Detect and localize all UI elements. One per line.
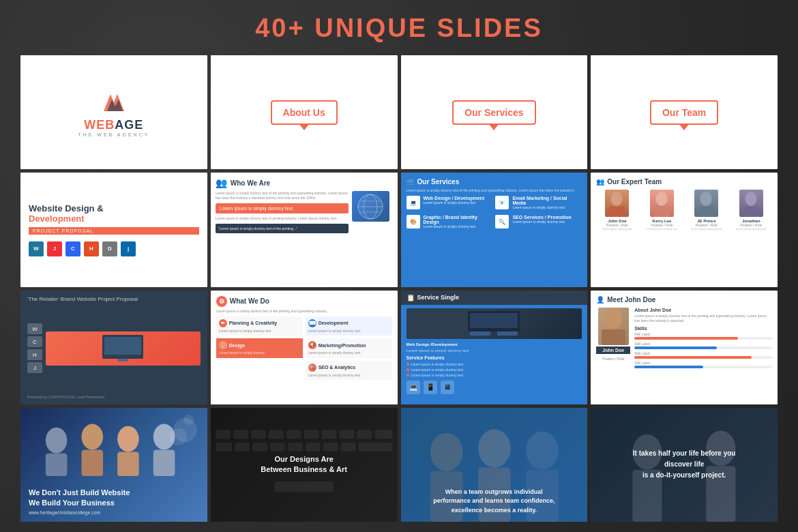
retailer-title: 'The Retailer' Brand Website Project Pro… [27, 296, 201, 302]
screen-mockup [46, 331, 201, 366]
design-icon: 🎨 [219, 341, 227, 349]
member-photo-2 [650, 190, 674, 217]
meet-name: John Doe [596, 346, 630, 354]
service-screen [407, 308, 582, 339]
service-bottom: Web Design /Development Lorem ipsum is s… [401, 342, 588, 377]
member-desc-4: Lorem ipsum dummy text [736, 227, 767, 231]
what-item-marketing: 📢 Marketing/Promotion Lorem ipsum is sim… [306, 338, 392, 358]
who-content: Lorem ipsum is simply dummy text of the … [216, 191, 393, 233]
svg-rect-32 [153, 449, 175, 476]
dot-3 [183, 415, 194, 425]
svg-rect-45 [235, 442, 250, 451]
web-design-badge: PROJECT PROPOSAL [29, 227, 199, 235]
team-member-4: Jonathan Position / Role Lorem ipsum dum… [730, 190, 772, 231]
feature-dot-1 [407, 363, 409, 366]
slide-our-services-title: Our Services [401, 55, 588, 169]
feature-dot-3 [407, 374, 409, 376]
svg-rect-49 [306, 442, 321, 451]
skill-4: Skill Label [634, 361, 772, 368]
who-text2: Lorem ipsum is simply dummy text of prin… [216, 216, 349, 221]
team-quote-text: When a team outgrows individualperforman… [409, 488, 580, 516]
meet-about-text: Lorem ipsum is simply dummy text of the … [634, 314, 772, 323]
service-single-title: Service Single [417, 294, 460, 301]
dev-text: Lorem ipsum is simply dummy text [308, 329, 389, 334]
services-desc: Lorem ipsum is simply dummy text of the … [407, 188, 582, 192]
member-photo-4 [739, 190, 763, 217]
what-grid: ✏ Planning & Creativity Lorem ipsum is s… [216, 316, 392, 381]
seo-text: Lorem ipsum is simply dummy text [308, 373, 389, 378]
r-logo-4: J [27, 362, 42, 373]
member-desc-3: Lorem ipsum dummy text [691, 227, 722, 231]
svg-rect-43 [374, 430, 392, 439]
svg-point-12 [700, 192, 712, 206]
tech-dr: D [102, 241, 117, 256]
meet-info: About John Doe Lorem ipsum is simply dum… [634, 308, 772, 370]
who-icon: 👥 [216, 177, 227, 188]
main-title: 40+ UNIQUE SLIDES [255, 14, 543, 43]
r-logo-3: H [27, 349, 42, 360]
service-item-3: 🎨 Graphic / Brand Identity Design Lorem … [407, 215, 493, 229]
svg-rect-26 [46, 453, 68, 476]
r-logo-1: W [27, 323, 42, 334]
slides-grid: WEBAGE THE WEB AGENCY About Us Our Servi… [20, 55, 778, 522]
service-icon-1: 💻 [407, 196, 420, 209]
retailer-logos: W C H J [27, 323, 42, 373]
svg-rect-37 [269, 430, 284, 439]
team-members-list: John Doe Position / Role Lorem ipsum dum… [596, 190, 772, 231]
svg-point-14 [745, 192, 756, 206]
speech-bubble-services: Our Services [452, 100, 535, 125]
skill-label-2: Skill Label [634, 342, 772, 346]
logo-sub: THE WEB AGENCY [78, 132, 149, 137]
speech-bubble-about: About Us [271, 100, 338, 125]
build-website-url: www.heritagechristiancollege.com [29, 510, 199, 515]
our-services-label: Our Services [464, 107, 523, 118]
slide-meet-john: 👤 Meet John Doe John Doe Position / Role… [591, 291, 778, 404]
slide-services-detail: 🛒 Our Services Lorem ipsum is simply dum… [401, 173, 588, 286]
service-item-2: 📧 Email Marketing / Social Media Lorem i… [495, 196, 582, 210]
service-item-4: 🔍 SEO Services / Promotion Lorem ipsum i… [495, 215, 582, 229]
service-bottom-icon-3: 🖥 [441, 381, 454, 394]
team-member-2: Kerry Lee Position / Role Lorem ipsum du… [641, 190, 683, 231]
service-icon-4: 🔍 [495, 215, 509, 228]
slide-designs: Our Designs AreBetween Business & Art [211, 408, 398, 522]
svg-rect-20 [470, 313, 518, 328]
who-title: Who We Are [231, 179, 270, 187]
feature-dot-2 [407, 368, 409, 371]
services-icon: 🛒 [407, 178, 415, 186]
meet-photo [598, 308, 629, 345]
service-web-desc: Lorem ipsum is simply dummy text [407, 349, 582, 353]
svg-point-10 [655, 192, 667, 206]
services-detail-header: 🛒 Our Services [407, 178, 582, 186]
dev-icon: ⌨ [308, 319, 316, 327]
service-bottom-icon-1: 💻 [407, 381, 420, 394]
svg-rect-28 [81, 449, 103, 476]
team-member-1: John Doe Position / Role Lorem ipsum dum… [596, 190, 638, 231]
svg-rect-46 [252, 442, 267, 451]
who-quote: "Lorem ipsum is simply dummy text of the… [216, 224, 349, 233]
speech-bubble-team: Our Team [650, 100, 718, 125]
retailer-footer: Presented by JONATHON DOE, Lead Presenta… [27, 395, 201, 399]
feature-3: Lorem ipsum is simply dummy text [407, 373, 582, 377]
meet-photo-col: John Doe Position / Role [596, 308, 630, 370]
expert-team-header: 👥 Our Expert Team [596, 178, 772, 186]
skill-label-1: Skill Label [634, 332, 772, 336]
web-design-title: Website Design &Development [29, 203, 199, 224]
services-list: 💻 Web Design / Development Lorem ipsum i… [407, 196, 582, 231]
member-desc-1: Lorem ipsum dummy text [602, 227, 633, 231]
service-screen-svg [467, 310, 521, 337]
meet-title: 👤 Meet John Doe [596, 296, 772, 304]
meet-content: John Doe Position / Role About John Doe … [596, 308, 772, 370]
logo-container: WEBAGE THE WEB AGENCY [78, 87, 149, 137]
skill-3: Skill Label [634, 351, 772, 359]
slide-team-quote: When a team outgrows individualperforman… [401, 408, 588, 522]
logo-text: WEBAGE [84, 118, 143, 132]
retailer-content: W C H J [27, 305, 201, 392]
svg-point-23 [604, 308, 622, 329]
design-text: Lorem ipsum is simply dummy [219, 351, 300, 355]
svg-rect-39 [304, 430, 319, 439]
svg-rect-35 [233, 430, 248, 439]
service-item-1: 💻 Web Design / Development Lorem ipsum i… [407, 196, 493, 210]
svg-rect-36 [251, 430, 266, 439]
svg-rect-53 [274, 482, 333, 492]
slide-logo: WEBAGE THE WEB AGENCY [20, 55, 207, 169]
